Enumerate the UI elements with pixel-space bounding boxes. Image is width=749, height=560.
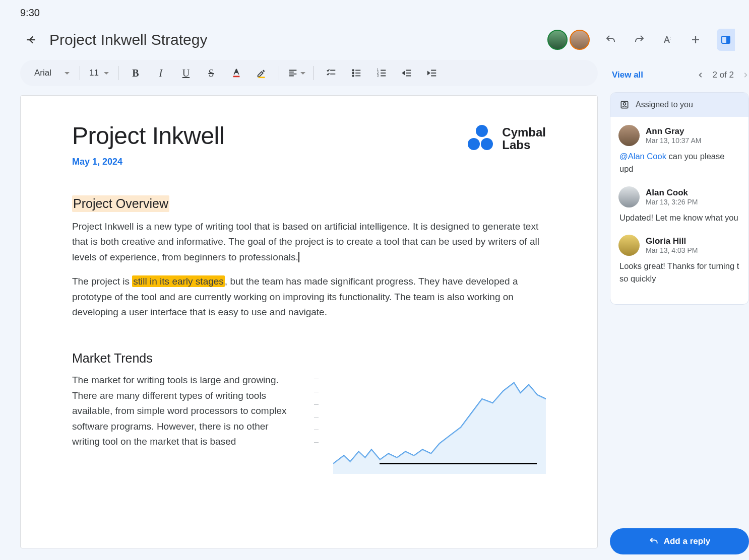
highlight-icon	[256, 67, 267, 79]
add-reply-button[interactable]: Add a reply	[610, 528, 749, 554]
comment-avatar	[618, 125, 640, 146]
strikethrough-button[interactable]: S	[199, 63, 223, 83]
chevron-down-icon	[104, 72, 109, 77]
text-format-icon	[661, 34, 673, 46]
checklist-button[interactable]	[319, 63, 343, 83]
document-page[interactable]: Project Inkwell May 1, 2024 Cymbal Labs …	[20, 95, 598, 548]
comment-author: Alan Cook	[646, 188, 698, 198]
indent-button[interactable]	[420, 63, 444, 83]
next-comment-button[interactable]	[742, 72, 749, 79]
logo-text-1: Cymbal	[502, 126, 546, 138]
comments-page-label: 2 of 2	[712, 70, 734, 80]
comments-panel: View all 2 of 2 Assigned to you	[598, 60, 749, 554]
svg-point-6	[352, 75, 354, 77]
numbered-list-icon: 123	[376, 67, 387, 79]
underline-button[interactable]: U	[174, 63, 198, 83]
toolbar-separator	[314, 66, 314, 80]
comment-author: Ann Gray	[646, 126, 702, 136]
undo-icon	[605, 34, 617, 46]
outdent-icon	[401, 67, 412, 79]
comments-pager: 2 of 2	[697, 70, 749, 80]
bulleted-list-button[interactable]	[344, 63, 368, 83]
comment-item: Ann Gray Mar 13, 10:37 AM @Alan Cook can…	[618, 125, 740, 175]
font-size-select[interactable]: 11	[85, 65, 113, 81]
overview-paragraph-1: Project Inkwell is a new type of writing…	[72, 219, 546, 265]
company-logo: Cymbal Labs	[468, 122, 546, 152]
svg-rect-2	[233, 76, 240, 78]
back-button[interactable]	[20, 29, 42, 51]
comment-avatar	[618, 235, 640, 256]
italic-button[interactable]: I	[149, 63, 173, 83]
strikethrough-icon: S	[208, 67, 214, 79]
comment-body: Looks great! Thanks for turning t so qui…	[618, 260, 740, 285]
align-left-icon	[287, 67, 298, 79]
checklist-icon	[326, 67, 337, 79]
document-title[interactable]: Project Inkwell Strategy	[49, 31, 540, 48]
svg-rect-1	[726, 36, 730, 43]
redo-button[interactable]	[628, 29, 650, 51]
text-format-button[interactable]	[656, 29, 678, 51]
overview-heading: Project Overview	[72, 195, 169, 212]
reply-icon	[649, 536, 659, 546]
font-family-label: Arial	[34, 68, 51, 78]
comment-author: Gloria Hill	[646, 236, 698, 246]
bold-button[interactable]: B	[123, 63, 148, 83]
plus-icon	[690, 34, 702, 46]
overview-paragraph-2: The project is still in its early stages…	[72, 274, 546, 320]
comment-thread-card[interactable]: Assigned to you Ann Gray Mar 13, 10:37 A…	[610, 92, 749, 305]
outdent-button[interactable]	[395, 63, 419, 83]
line-chart-icon	[333, 373, 546, 474]
market-trends-chart: ——————	[314, 373, 546, 483]
undo-button[interactable]	[600, 29, 622, 51]
assigned-icon	[619, 100, 630, 110]
collaborator-avatar-2[interactable]	[570, 30, 590, 50]
view-all-comments-button[interactable]: View all	[612, 70, 643, 80]
bulleted-list-icon	[351, 67, 362, 79]
svg-text:3: 3	[377, 74, 379, 77]
market-paragraph: The market for writing tools is large an…	[72, 373, 296, 449]
svg-point-11	[623, 103, 626, 105]
add-reply-label: Add a reply	[664, 536, 711, 546]
comment-body: Updated! Let me know what you	[618, 212, 740, 224]
numbered-list-button[interactable]: 123	[369, 63, 394, 83]
chart-y-ticks: ——————	[314, 373, 319, 449]
arrow-left-icon	[25, 33, 38, 46]
app-header: Project Inkwell Strategy	[0, 19, 749, 60]
logo-text-2: Labs	[502, 138, 546, 151]
mention[interactable]: @Alan Cook	[619, 152, 666, 161]
chevron-left-icon	[697, 72, 704, 79]
indent-icon	[426, 67, 438, 79]
sidebar-toggle-button[interactable]	[717, 29, 735, 51]
comment-time: Mar 13, 3:26 PM	[646, 198, 698, 206]
svg-rect-3	[259, 77, 265, 78]
text-color-button[interactable]	[224, 63, 248, 83]
comment-body: @Alan Cook can you please upd	[618, 150, 740, 175]
collaborator-avatar-1[interactable]	[547, 30, 568, 50]
header-actions	[547, 29, 735, 51]
italic-icon: I	[159, 67, 163, 79]
toolbar-separator	[80, 66, 80, 80]
chevron-down-icon	[65, 72, 70, 77]
comment-avatar	[618, 186, 640, 207]
toolbar-separator	[118, 66, 118, 80]
chart-baseline	[380, 463, 537, 464]
highlighted-text: still in its early stages	[132, 275, 225, 287]
highlight-color-button[interactable]	[249, 63, 274, 83]
bold-icon: B	[132, 67, 139, 79]
prev-comment-button[interactable]	[697, 72, 704, 79]
chevron-right-icon	[742, 72, 749, 79]
comment-item: Alan Cook Mar 13, 3:26 PM Updated! Let m…	[618, 186, 740, 224]
underline-icon: U	[182, 67, 190, 79]
svg-point-4	[352, 69, 354, 71]
font-family-select[interactable]: Arial	[29, 65, 75, 81]
market-heading: Market Trends	[72, 351, 153, 366]
doc-date: May 1, 2024	[72, 157, 224, 167]
redo-icon	[633, 34, 645, 46]
font-size-label: 11	[89, 68, 99, 78]
doc-heading-1: Project Inkwell	[72, 122, 224, 150]
text-color-icon	[231, 67, 242, 79]
panel-icon	[720, 34, 732, 46]
formatting-toolbar: Arial 11 B I U S	[20, 60, 598, 86]
align-button[interactable]	[284, 63, 308, 83]
insert-button[interactable]	[684, 29, 707, 51]
